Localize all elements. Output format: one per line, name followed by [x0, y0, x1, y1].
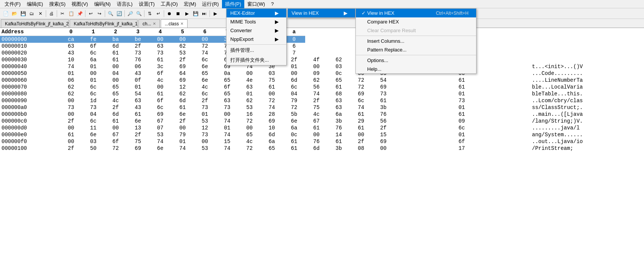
plugin-menu-mime-tools[interactable]: MIME Tools ▶	[227, 17, 286, 26]
hex-byte[interactable]: 61	[149, 56, 171, 63]
hex-byte[interactable]: 06	[127, 63, 149, 70]
copy-button[interactable]: 📋	[67, 9, 75, 18]
hex-byte[interactable]: 74	[350, 104, 372, 111]
hex-editor-menu-view-in-hex[interactable]: View in HEX ▶	[288, 9, 355, 17]
hex-byte[interactable]: 16	[238, 111, 261, 118]
hex-byte[interactable]: 00	[238, 125, 261, 131]
hex-byte[interactable]: 69	[149, 111, 171, 118]
hex-byte[interactable]: 67	[305, 118, 327, 125]
hex-byte[interactable]: 76	[372, 111, 394, 118]
hex-byte[interactable]: 14	[327, 131, 350, 138]
hex-byte[interactable]: 4c	[194, 84, 216, 90]
hex-byte[interactable]: 63	[216, 97, 238, 104]
hex-byte[interactable]: 2f	[60, 145, 82, 152]
zoom-out-button[interactable]: 🔍	[135, 9, 143, 18]
menu-help[interactable]: ?	[268, 0, 277, 8]
hex-byte[interactable]: 04	[82, 111, 104, 118]
hex-byte[interactable]: 61	[283, 138, 305, 145]
hex-byte[interactable]: 6c	[149, 104, 171, 111]
hex-byte[interactable]: 01	[238, 90, 261, 97]
save-all-button[interactable]: 🗂	[28, 9, 36, 18]
hex-byte[interactable]: 61	[327, 84, 350, 90]
close-button[interactable]: ✕	[36, 9, 45, 18]
plugin-menu-converter[interactable]: Converter ▶	[227, 26, 286, 35]
hex-byte[interactable]: 00	[149, 84, 171, 90]
hex-byte[interactable]: be	[127, 36, 149, 43]
hex-byte[interactable]: 53	[171, 50, 194, 56]
find-button[interactable]: 🔍	[106, 9, 115, 18]
hex-byte[interactable]: 62	[171, 43, 194, 50]
hex-byte[interactable]: 00	[283, 70, 305, 77]
hex-byte[interactable]: 0f	[127, 77, 149, 84]
menu-macro[interactable]: 宏(M)	[181, 0, 199, 8]
hex-byte[interactable]: 53	[194, 145, 216, 152]
hex-byte[interactable]: 6c	[194, 90, 216, 97]
hex-byte[interactable]: 07	[149, 125, 171, 131]
hex-byte[interactable]: 65	[104, 84, 127, 90]
paste-button[interactable]: 📌	[76, 9, 84, 18]
menu-language[interactable]: 语言(L)	[114, 0, 136, 8]
hex-byte[interactable]: 00	[305, 131, 327, 138]
hex-byte[interactable]: 61	[104, 50, 127, 56]
hex-byte[interactable]: 65	[261, 145, 283, 152]
hex-byte[interactable]: 00	[149, 36, 171, 43]
hex-byte[interactable]: 72	[194, 43, 216, 50]
hex-byte[interactable]: 62	[60, 84, 82, 90]
hex-byte[interactable]: 53	[194, 118, 216, 125]
hex-byte[interactable]: ca	[60, 36, 82, 43]
hex-byte[interactable]: 28	[261, 111, 283, 118]
hex-byte[interactable]: 3b	[327, 118, 350, 125]
hex-byte[interactable]: 6d	[283, 77, 305, 84]
hex-byte[interactable]: 2f	[350, 138, 372, 145]
hex-byte[interactable]: 00	[171, 125, 194, 131]
hex-byte[interactable]: 67	[149, 118, 171, 125]
hex-byte[interactable]: 2f	[104, 104, 127, 111]
hex-byte[interactable]: 61	[394, 84, 529, 90]
hex-byte[interactable]: 06	[60, 77, 82, 84]
hex-byte[interactable]: 62	[60, 90, 82, 97]
hex-byte[interactable]: 6c	[82, 90, 104, 97]
hex-byte[interactable]: 62	[305, 77, 327, 84]
hex-byte[interactable]: 15	[372, 131, 394, 138]
hex-byte[interactable]: 6f	[394, 138, 529, 145]
tab-class[interactable]: ...class ✕	[161, 19, 188, 28]
hex-byte[interactable]: 2f	[305, 97, 327, 104]
hex-byte[interactable]: 4c	[149, 77, 171, 84]
hex-byte[interactable]: 00	[104, 125, 127, 131]
hex-byte[interactable]: 65	[216, 90, 238, 97]
replace-button[interactable]: 🔄	[115, 9, 123, 18]
hex-byte[interactable]: 10	[60, 56, 82, 63]
hex-byte[interactable]: 74	[216, 145, 238, 152]
hex-byte[interactable]: 00	[60, 97, 82, 104]
hex-byte[interactable]: 6c	[194, 56, 216, 63]
hex-byte[interactable]: 74	[216, 131, 238, 138]
hex-byte[interactable]: 43	[127, 70, 149, 77]
hex-byte[interactable]: 64	[171, 70, 194, 77]
hex-byte[interactable]: 65	[194, 70, 216, 77]
hex-byte[interactable]: 6c	[394, 125, 529, 131]
hex-byte[interactable]: 65	[104, 90, 127, 97]
hex-byte[interactable]: 6f	[216, 84, 238, 90]
print-button[interactable]: 🖨	[47, 9, 56, 18]
hex-byte[interactable]: 6e	[127, 118, 149, 125]
hex-byte[interactable]: 6c	[283, 84, 305, 90]
hex-byte[interactable]: 69	[171, 77, 194, 84]
hex-byte[interactable]: 6e	[82, 131, 104, 138]
hex-byte[interactable]: 6d	[171, 97, 194, 104]
hex-byte[interactable]: ba	[104, 36, 127, 43]
plugin-menu-plugin-manager[interactable]: 插件管理...	[227, 45, 286, 55]
hex-byte[interactable]: 69	[171, 63, 194, 70]
hex-byte[interactable]: 6c	[350, 97, 372, 104]
hex-byte[interactable]: 73	[127, 50, 149, 56]
hex-byte[interactable]: 29	[350, 118, 372, 125]
hex-byte[interactable]: 12	[171, 84, 194, 90]
hex-byte[interactable]: 72	[261, 97, 283, 104]
hex-byte[interactable]: 0a	[216, 70, 238, 77]
hex-byte[interactable]: 01	[394, 104, 529, 111]
hex-byte[interactable]: 6d	[261, 131, 283, 138]
hex-byte[interactable]: 00	[372, 145, 394, 152]
menu-tools[interactable]: 工具(O)	[158, 0, 181, 8]
hex-byte[interactable]: 75	[261, 77, 283, 84]
hex-byte[interactable]: 4f	[305, 56, 327, 63]
hex-byte[interactable]: 76	[127, 56, 149, 63]
